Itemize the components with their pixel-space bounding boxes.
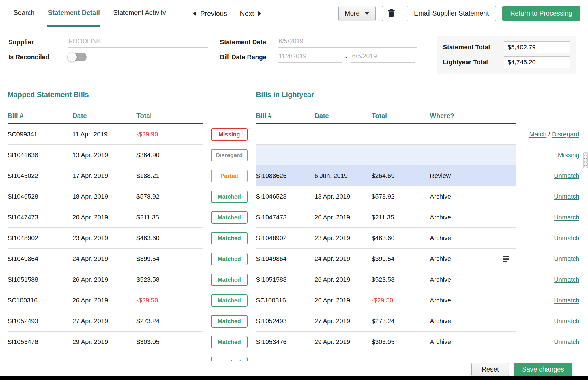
is-reconciled-label: Is Reconciled (8, 53, 68, 61)
email-supplier-statement-button[interactable]: Email Supplier Statement (407, 6, 496, 21)
lightyear-bill-total: $399.54 (372, 249, 430, 269)
delete-statement-button[interactable] (382, 6, 400, 21)
tab-statement-detail[interactable]: Statement Detail (47, 0, 100, 27)
tab-search[interactable]: Search (13, 0, 35, 27)
mapped-bill-date: 29 Apr. 2019 (72, 332, 136, 352)
status-badge[interactable]: Matched (211, 336, 248, 348)
supplier-input[interactable]: FOODLINK (68, 37, 208, 48)
next-button[interactable]: Next (240, 10, 261, 18)
lightyear-bill-number: SI1046528 (256, 186, 314, 207)
return-to-processing-button[interactable]: Return to Processing (502, 6, 580, 21)
lightyear-bill-total: $264.69 (372, 165, 430, 186)
action-link-unmatch[interactable]: Unmatch (554, 234, 579, 242)
more-label: More (344, 10, 359, 17)
lightyear-bill-where-cell: Archive (430, 269, 516, 290)
lightyear-bill-number: SC100316 (256, 290, 314, 311)
more-dropdown-button[interactable]: More (338, 6, 375, 21)
mapped-bill-total: $273.24 (136, 311, 203, 332)
action-link-unmatch[interactable]: Unmatch (554, 193, 579, 200)
is-reconciled-toggle[interactable] (68, 53, 87, 61)
chevron-left-icon (193, 11, 196, 16)
status-badge[interactable]: Matched (211, 357, 248, 361)
reconciliation-grid: Bill # Date Total Bill # Date Total Wher… (8, 107, 580, 361)
table-row: SC100316 26 Apr. 2019 -$29.50 Matched SC… (8, 290, 580, 311)
row-actions: Unmatch (516, 228, 579, 249)
next-label: Next (240, 10, 254, 18)
status-badge[interactable]: Matched (211, 191, 248, 203)
action-link-missing[interactable]: Missing (558, 151, 579, 159)
action-link-disregard[interactable]: Disregard (552, 131, 579, 138)
lightyear-total-value[interactable]: $4,745.20 (504, 56, 570, 68)
date-range-separator: - (345, 53, 347, 61)
action-link-unmatch[interactable]: Unmatch (554, 255, 579, 263)
lightyear-bill-total: -$29.50 (372, 290, 430, 311)
mapped-bill-number (8, 352, 72, 361)
mapped-bill-total (136, 352, 203, 361)
action-link-unmatch[interactable]: Unmatch (554, 317, 579, 325)
bill-date-from-input[interactable]: 11/4/2019 (278, 52, 342, 63)
status-badge-cell: Matched (203, 332, 256, 352)
tables-header-row: Bill # Date Total Bill # Date Total Wher… (8, 107, 580, 124)
lightyear-bill-where-cell: Review (430, 165, 516, 186)
scrollbar-handle[interactable] (583, 152, 588, 168)
tab-statement-activity[interactable]: Statement Activity (113, 0, 166, 27)
bill-date-range-label: Bill Date Range (220, 53, 278, 61)
lightyear-bill-date: 26 Apr. 2019 (314, 269, 372, 290)
mapped-bill-total: $211.35 (136, 207, 203, 228)
status-badge[interactable]: Missing (211, 128, 248, 141)
statement-total-value[interactable]: $5,402.79 (504, 41, 570, 53)
statement-date-input[interactable]: 6/5/2019 (278, 37, 417, 48)
bill-date-to-input[interactable]: 6/5/2019 (351, 52, 415, 63)
status-badge[interactable]: Matched (211, 274, 248, 286)
mapped-bill-number: SI1041636 (8, 145, 72, 165)
mapped-bill-date: 17 Apr. 2019 (72, 165, 136, 186)
where-value: Archive (430, 255, 451, 263)
mapped-bill-total: -$29.50 (136, 290, 203, 311)
status-badge[interactable]: Matched (211, 294, 248, 307)
lightyear-bill-date: 24 Apr. 2019 (314, 249, 372, 269)
status-badge[interactable]: Matched (211, 232, 248, 244)
row-actions: Unmatch (516, 186, 579, 207)
lightyear-bill-date: 20 Apr. 2019 (314, 207, 372, 228)
action-link-unmatch[interactable]: Unmatch (554, 214, 579, 221)
previous-button[interactable]: Previous (193, 10, 227, 18)
status-col-header-spacer (203, 107, 256, 124)
previous-label: Previous (200, 10, 227, 18)
status-badge[interactable]: Matched (211, 211, 248, 224)
save-changes-button[interactable]: Save changes (514, 363, 572, 376)
chevron-right-icon (258, 11, 261, 16)
status-badge[interactable]: Partial (211, 170, 248, 182)
notes-icon[interactable] (503, 256, 510, 262)
status-badge-cell: Matched (203, 186, 256, 207)
action-link-unmatch[interactable]: Unmatch (554, 338, 579, 346)
row-actions: Unmatch (516, 207, 579, 228)
status-badge[interactable]: Matched (211, 253, 248, 265)
lightyear-total-label: Lightyear Total (443, 59, 504, 66)
top-toolbar: Search Statement Detail Statement Activi… (0, 0, 588, 27)
mapped-bill-date: 20 Apr. 2019 (72, 207, 136, 228)
table-row: SI1049864 24 Apr. 2019 $399.54 Matched S… (8, 249, 580, 269)
action-link-unmatch[interactable]: Unmatch (554, 297, 579, 304)
reset-button[interactable]: Reset (471, 363, 509, 376)
lightyear-bill-total: $578.92 (372, 186, 430, 207)
supplier-label: Supplier (8, 38, 68, 46)
status-badge-cell: Disregard (203, 145, 256, 165)
table-row: SI1041636 13 Apr. 2019 $364.90 Disregard (8, 145, 580, 165)
where-value: Archive (430, 276, 451, 283)
row-actions: Unmatch (516, 332, 579, 352)
action-link-unmatch[interactable]: Unmatch (554, 276, 579, 283)
status-badge[interactable]: Disregard (211, 149, 248, 161)
status-badge[interactable]: Matched (211, 315, 248, 328)
mapped-statement-bills-title: Mapped Statement Bills (8, 91, 89, 101)
toggle-knob (68, 52, 77, 62)
lightyear-bill-where-cell: Archive (430, 186, 516, 207)
action-link-unmatch[interactable]: Unmatch (554, 172, 579, 180)
statement-header: Supplier FOODLINK Is Reconciled Statemen… (0, 27, 588, 85)
lightyear-bill-total: $211.35 (372, 207, 430, 228)
mapped-bill-date: 26 Apr. 2019 (72, 269, 136, 290)
action-link-match[interactable]: Match (529, 131, 546, 138)
status-badge-cell: Matched (203, 207, 256, 228)
row-actions: Unmatch (516, 311, 579, 332)
lightyear-bill-date: 18 Apr. 2019 (314, 186, 372, 207)
row-actions: Unmatch (516, 269, 579, 290)
